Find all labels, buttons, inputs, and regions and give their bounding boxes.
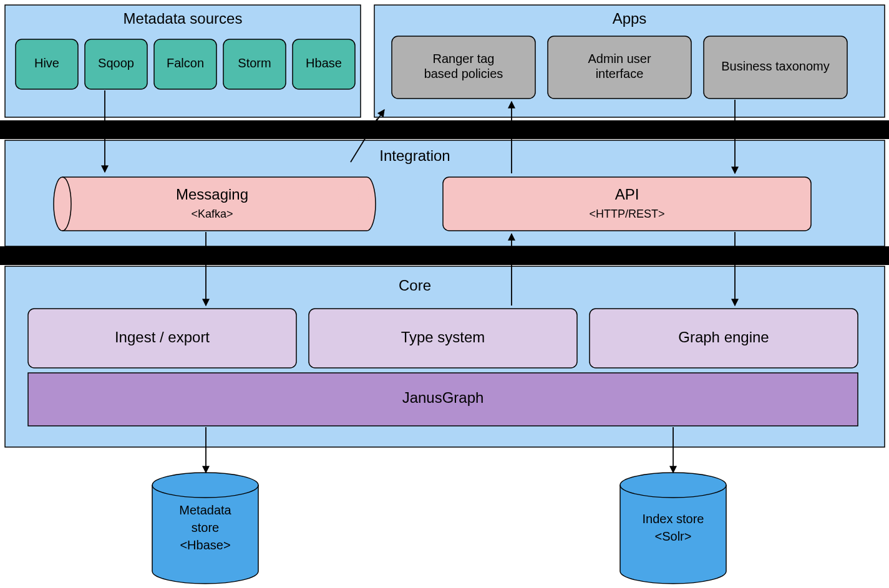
index-store-l1: Index store xyxy=(643,512,704,526)
metadata-store-l2: store xyxy=(192,521,219,534)
messaging-tech: <Kafka> xyxy=(191,208,233,220)
metadata-source-items: Hive Sqoop Falcon Storm Hbase xyxy=(16,39,355,89)
app-ranger-l2: based policies xyxy=(424,67,503,80)
core-modules: Ingest / export Type system Graph engine xyxy=(28,309,858,368)
metadata-item-sqoop: Sqoop xyxy=(98,56,134,70)
metadata-sources-title: Metadata sources xyxy=(124,10,243,27)
app-taxonomy: Business taxonomy xyxy=(721,59,829,73)
metadata-item-hive: Hive xyxy=(34,56,59,70)
messaging-cylinder: Messaging <Kafka> xyxy=(54,177,376,231)
api-box xyxy=(443,177,811,231)
svg-rect-0 xyxy=(0,120,889,139)
metadata-item-falcon: Falcon xyxy=(167,56,204,70)
app-admin-l1: Admin user xyxy=(588,52,651,65)
integration-title: Integration xyxy=(379,147,450,164)
metadata-item-hbase: Hbase xyxy=(306,56,342,70)
api-tech: <HTTP/REST> xyxy=(589,208,664,220)
architecture-diagram: Metadata sources Hive Sqoop Falcon Storm… xyxy=(0,0,889,588)
core-mod-types: Type system xyxy=(401,329,485,345)
core-mod-graph: Graph engine xyxy=(678,329,769,345)
index-store-l2: <Solr> xyxy=(655,529,692,543)
app-admin-l2: interface xyxy=(596,67,644,80)
apps-items: Ranger tag based policies Admin user int… xyxy=(392,36,847,99)
metadata-store-cylinder: Metadata store <Hbase> xyxy=(152,473,258,584)
api-name: API xyxy=(615,186,639,203)
janusgraph-label: JanusGraph xyxy=(402,389,484,406)
svg-point-21 xyxy=(620,473,726,498)
metadata-store-l3: <Hbase> xyxy=(180,538,230,552)
core-mod-ingest: Ingest / export xyxy=(115,329,210,345)
core-title: Core xyxy=(399,277,431,294)
metadata-store-l1: Metadata xyxy=(179,503,231,517)
svg-point-18 xyxy=(152,473,258,498)
svg-rect-10 xyxy=(62,177,367,231)
index-store-cylinder: Index store <Solr> xyxy=(620,473,726,584)
app-ranger-l1: Ranger tag xyxy=(433,52,495,65)
svg-point-11 xyxy=(54,177,71,231)
metadata-item-storm: Storm xyxy=(238,56,271,70)
messaging-name: Messaging xyxy=(176,186,248,203)
apps-title: Apps xyxy=(613,10,647,27)
svg-rect-1 xyxy=(0,246,889,265)
